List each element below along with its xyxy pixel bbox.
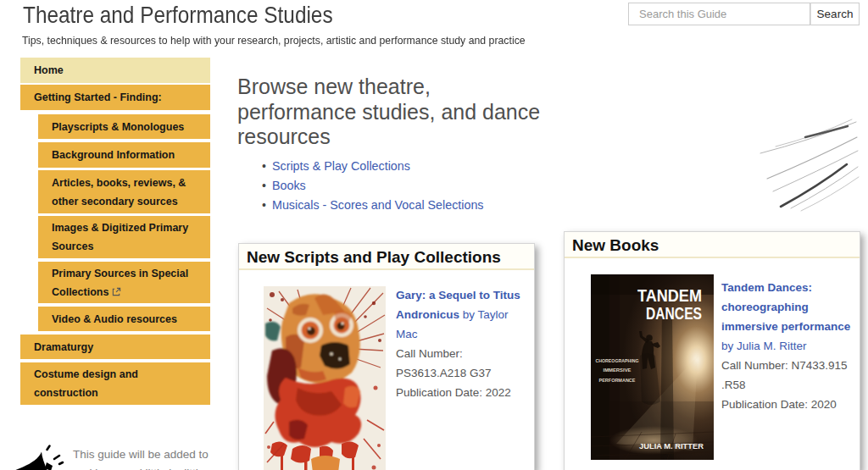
svg-text:JULIA M. RITTER: JULIA M. RITTER xyxy=(639,442,704,451)
svg-text:CHOREOGRAPHING: CHOREOGRAPHING xyxy=(596,358,639,363)
svg-text:PERFORMANCE: PERFORMANCE xyxy=(599,378,636,383)
svg-text:TANDEM: TANDEM xyxy=(637,286,702,305)
svg-text:DANCES: DANCES xyxy=(646,304,702,323)
svg-text:IMMERSIVE: IMMERSIVE xyxy=(604,368,632,373)
